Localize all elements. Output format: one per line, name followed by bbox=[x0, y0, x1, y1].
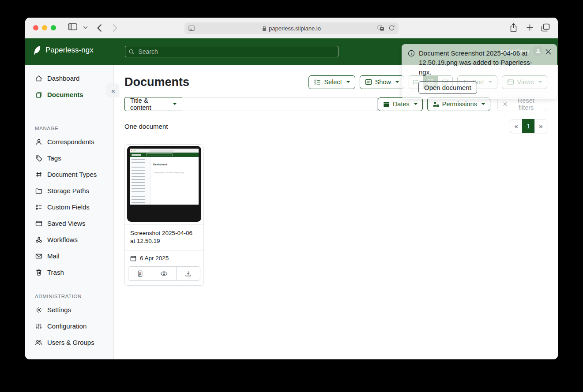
search-input[interactable] bbox=[137, 48, 335, 56]
reset-filters-button[interactable]: Reset filters bbox=[497, 97, 547, 111]
sidebar-item-trash[interactable]: Trash bbox=[25, 264, 113, 280]
sidebar-item-label: Users & Groups bbox=[47, 339, 94, 346]
back-button[interactable] bbox=[97, 24, 102, 32]
thumbnail-mini-window: Dashboard hello paperless, welcome to Pa… bbox=[127, 146, 201, 222]
mini-dashboard-subtext: hello paperless, welcome to Paperless-ng… bbox=[154, 172, 184, 174]
pagination-page-1[interactable]: 1 bbox=[522, 119, 534, 133]
download-button[interactable] bbox=[176, 267, 200, 280]
sidebar-item-label: Dashboard bbox=[47, 75, 79, 82]
close-window-button[interactable] bbox=[33, 25, 38, 30]
sidebar-toggle-icon[interactable] bbox=[68, 23, 77, 30]
workflow-nodes-icon bbox=[35, 236, 42, 243]
sidebar-item-documents[interactable]: Documents bbox=[25, 86, 113, 103]
show-dropdown-button[interactable]: Show bbox=[360, 75, 404, 89]
list-check-icon bbox=[314, 78, 321, 86]
sidebar-item-tags[interactable]: Tags bbox=[25, 150, 113, 166]
person-lock-icon bbox=[433, 101, 439, 108]
sidebar-item-correspondents[interactable]: Correspondents bbox=[25, 134, 113, 150]
sidebar-item-configuration[interactable]: Configuration bbox=[25, 318, 113, 334]
sidebar-item-document-types[interactable]: Document Types bbox=[25, 166, 113, 183]
document-title-link[interactable]: Screenshot 2025-04-06 at 12.50.19 bbox=[125, 225, 203, 250]
page-title: Documents bbox=[124, 75, 189, 89]
sidebar-item-mail[interactable]: Mail bbox=[25, 248, 113, 264]
toast-message: Document Screenshot 2025-04-06 at 12.50.… bbox=[419, 49, 551, 77]
tab-overview-icon[interactable] bbox=[541, 23, 550, 32]
caret-icon bbox=[346, 81, 350, 83]
global-search[interactable] bbox=[125, 46, 339, 57]
sidebar-item-custom-fields[interactable]: Custom Fields bbox=[25, 199, 113, 215]
reload-icon[interactable] bbox=[388, 25, 395, 31]
edit-metadata-button[interactable] bbox=[128, 267, 152, 280]
select-dropdown-button[interactable]: Select bbox=[308, 75, 355, 89]
mini-traffic-light bbox=[135, 150, 135, 151]
mini-dashboard-heading: Dashboard bbox=[153, 163, 167, 166]
caret-icon bbox=[173, 103, 177, 105]
main-content: Documents Select Show bbox=[114, 65, 558, 359]
chevron-down-icon[interactable] bbox=[83, 26, 88, 29]
open-document-button[interactable]: Open document bbox=[418, 81, 477, 94]
sidebar-item-label: Document Types bbox=[47, 171, 97, 178]
forward-button[interactable] bbox=[113, 24, 117, 32]
sidebar-item-label: Trash bbox=[47, 269, 64, 276]
person-icon bbox=[35, 138, 42, 146]
page-icon[interactable] bbox=[188, 25, 195, 31]
lock-icon bbox=[262, 26, 267, 31]
sidebar-item-label: Storage Paths bbox=[47, 187, 89, 194]
dates-dropdown-button[interactable]: Dates bbox=[378, 97, 423, 111]
sidebar-item-workflows[interactable]: Workflows bbox=[25, 231, 113, 248]
sidebar-item-label: Correspondents bbox=[47, 138, 94, 146]
calendar-icon bbox=[130, 255, 136, 261]
sliders-icon bbox=[35, 323, 42, 330]
address-bar[interactable]: paperless.sliplane.io bbox=[184, 22, 399, 34]
sidebar: « Dashboard Documents MANAGE Corresponde… bbox=[25, 65, 114, 359]
mini-traffic-light bbox=[133, 150, 134, 151]
caret-icon bbox=[481, 103, 485, 105]
select-label: Select bbox=[324, 78, 342, 86]
filter-field-label: Title & content bbox=[130, 97, 168, 111]
folder-icon bbox=[35, 187, 42, 194]
envelope-icon bbox=[35, 253, 42, 260]
tag-icon bbox=[35, 155, 42, 162]
card-text-icon bbox=[365, 78, 372, 86]
sidebar-item-label: Saved Views bbox=[47, 220, 85, 227]
new-tab-icon[interactable] bbox=[526, 24, 534, 31]
download-icon bbox=[185, 270, 192, 277]
document-count: One document bbox=[124, 123, 168, 130]
document-date: 6 Apr 2025 bbox=[140, 255, 169, 261]
filter-text-input[interactable] bbox=[182, 97, 378, 111]
sidebar-item-storage-paths[interactable]: Storage Paths bbox=[25, 183, 113, 199]
filter-field-dropdown[interactable]: Title & content bbox=[124, 97, 182, 111]
preview-button[interactable] bbox=[152, 267, 176, 280]
translate-icon[interactable] bbox=[377, 25, 384, 31]
url-text: paperless.sliplane.io bbox=[269, 25, 321, 32]
sidebar-heading-manage: MANAGE bbox=[35, 126, 113, 131]
pagination-prev-button[interactable]: « bbox=[510, 119, 522, 133]
sidebar-collapse-button[interactable]: « bbox=[107, 84, 120, 97]
paperless-leaf-logo-icon bbox=[32, 45, 41, 55]
sidebar-item-label: Settings bbox=[47, 306, 71, 314]
sidebar-item-label: Custom Fields bbox=[47, 203, 90, 211]
gear-icon bbox=[35, 306, 42, 314]
dates-label: Dates bbox=[393, 101, 410, 108]
sidebar-item-settings[interactable]: Settings bbox=[25, 302, 113, 318]
permissions-dropdown-button[interactable]: Permissions bbox=[427, 97, 490, 111]
app-brand[interactable]: Paperless-ngx bbox=[32, 45, 94, 55]
minimize-window-button[interactable] bbox=[42, 25, 47, 30]
sidebar-item-label: Workflows bbox=[47, 236, 78, 243]
zoom-window-button[interactable] bbox=[51, 25, 56, 30]
eye-icon bbox=[160, 270, 168, 277]
sidebar-item-saved-views[interactable]: Saved Views bbox=[25, 215, 113, 231]
window-icon bbox=[35, 220, 42, 227]
toast-close-icon[interactable] bbox=[545, 48, 552, 56]
document-thumbnail[interactable]: Dashboard hello paperless, welcome to Pa… bbox=[125, 145, 203, 225]
sidebar-item-users-groups[interactable]: Users & Groups bbox=[25, 334, 113, 351]
mini-navbar bbox=[130, 153, 199, 157]
share-icon[interactable] bbox=[510, 23, 517, 32]
toast-notification: Document Screenshot 2025-04-06 at 12.50.… bbox=[402, 44, 557, 99]
ui-radios-icon bbox=[35, 204, 42, 211]
sidebar-item-label: Tags bbox=[47, 154, 61, 162]
pagination-next-button[interactable]: » bbox=[534, 119, 547, 133]
mini-sidebar bbox=[130, 157, 151, 205]
sidebar-item-dashboard[interactable]: Dashboard bbox=[25, 70, 113, 86]
trash-icon bbox=[35, 269, 42, 276]
